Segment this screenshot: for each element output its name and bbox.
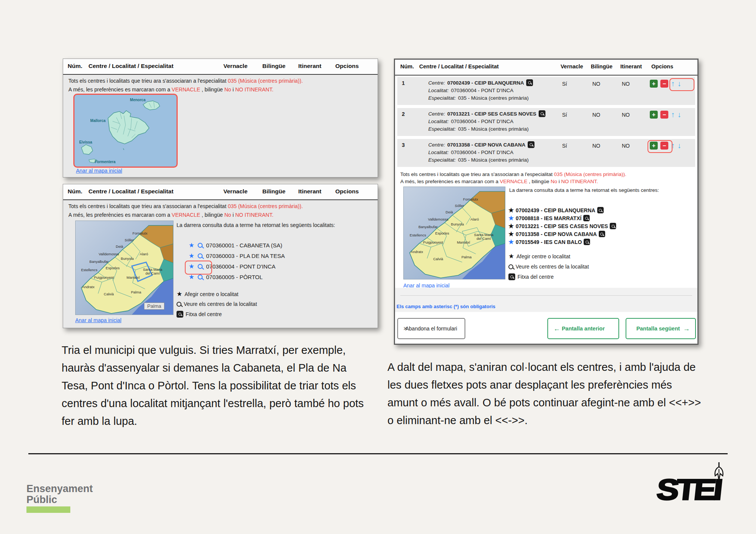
star-icon[interactable]: ★ xyxy=(189,242,194,248)
map-label: Andratx xyxy=(411,249,423,253)
centre-label: 07013221 - CEIP SES CASES NOVES xyxy=(516,223,608,229)
remove-icon[interactable]: − xyxy=(660,111,668,119)
screenshot-panel-localities: Núm. Centre / Localitat / Especialitat V… xyxy=(63,184,378,328)
map-label: Puigpunyent xyxy=(423,240,443,244)
close-icon: × xyxy=(403,325,407,333)
centre-file-icon[interactable] xyxy=(584,239,590,245)
col-itinerant: Itinerant xyxy=(298,188,321,195)
col-bilingue: Bilingüe xyxy=(591,63,612,69)
map-label: Alaró xyxy=(140,252,148,256)
add-icon[interactable]: + xyxy=(650,80,658,88)
centre-item: ★ 07008818 - IES MARRATXÍ xyxy=(508,215,590,221)
itinerant-value: NO xyxy=(622,112,630,118)
centre-file-icon[interactable] xyxy=(597,207,604,213)
magnifier-icon[interactable] xyxy=(198,243,203,248)
centre-file-icon[interactable] xyxy=(610,223,616,229)
col-bilingue: Bilingüe xyxy=(262,188,285,195)
col-vernacle: Vernacle xyxy=(561,63,583,69)
map-label: Calvià xyxy=(433,257,443,261)
preference-row: 2 Centre: 07013221 - CEIP SES CASES NOVE… xyxy=(397,108,695,136)
map-label: Estellencs xyxy=(410,233,426,237)
locality-label: 070360004 - PONT D'INCA xyxy=(206,263,276,270)
map-label: Santa Maria del Camí xyxy=(142,268,164,275)
abandon-form-button[interactable]: × Abandona el formulari xyxy=(397,318,465,339)
locality-item: ★ 070360001 - CABANETA (SA) xyxy=(189,242,282,248)
move-up-icon[interactable]: ↑ xyxy=(671,111,675,119)
col-num: Núm. xyxy=(68,63,82,69)
col-vernacle: Vernacle xyxy=(223,188,248,195)
result-line: La darrera consulta duta a terme ha reto… xyxy=(509,187,692,193)
row-number: 1 xyxy=(402,80,405,86)
specialty-line: Especialitat: 035 - Música (centres prim… xyxy=(428,95,529,101)
legend-view: Veure els centres de la localitat xyxy=(177,301,257,307)
col-opcions: Opcions xyxy=(335,63,359,69)
mallorca-map[interactable]: Fornalutx Sóller Deià Valldemossa Bunyol… xyxy=(403,187,505,279)
star-icon[interactable]: ★ xyxy=(508,239,514,245)
add-icon[interactable]: + xyxy=(650,111,658,119)
itinerant-value: NO xyxy=(622,143,630,149)
screenshot-panel-preferences: Núm. Centre / Localitat / Especialitat V… xyxy=(394,59,699,345)
row-number: 3 xyxy=(402,142,405,148)
bilingue-value: NO xyxy=(592,81,600,87)
initial-map-link[interactable]: Anar al mapa inicial xyxy=(75,317,121,323)
col-num: Núm. xyxy=(68,188,82,195)
itinerant-value: NO xyxy=(622,81,630,87)
brand-line-1: Ensenyament xyxy=(26,483,93,494)
brand-ensenyament-public: Ensenyament Públic xyxy=(26,483,93,505)
centre-file-icon xyxy=(508,273,515,280)
mallorca-map[interactable]: Fornalutx Sóller Deià Valldemossa Bunyol… xyxy=(75,221,174,315)
star-icon[interactable]: ★ xyxy=(189,253,194,259)
assoc-line-2: A més, les preferències es marcaran com … xyxy=(68,86,273,93)
balears-map[interactable]: Menorca Mallorca Eivissa Formentera xyxy=(73,94,178,168)
star-icon: ★ xyxy=(177,291,182,297)
bilingue-value: NO xyxy=(592,112,600,118)
move-down-icon[interactable]: ↓ xyxy=(677,111,681,119)
right-explanation-paragraph: A dalt del mapa, s'aniran col·locant els… xyxy=(387,358,704,429)
assoc-line-1: Tots els centres i localitats que trieu … xyxy=(400,171,626,177)
centre-label: 07008818 - IES MARRATXÍ xyxy=(516,215,581,221)
balears-map-svg xyxy=(74,95,177,167)
centre-file-icon[interactable] xyxy=(528,141,534,148)
locality-line: Localitat: 070360004 - PONT D'INCA xyxy=(428,88,513,93)
assoc-line-1: Tots els centres i localitats que trieu … xyxy=(68,203,303,209)
map-label: Palma xyxy=(131,290,141,294)
centre-file-icon[interactable] xyxy=(539,110,545,117)
footer-divider xyxy=(28,453,728,454)
star-icon[interactable]: ★ xyxy=(189,274,194,280)
centre-file-icon[interactable] xyxy=(583,215,590,221)
centre-item: ★ 07002439 - CEIP BLANQUERNA xyxy=(508,207,604,213)
map-label: Valldemossa xyxy=(99,252,119,256)
map-label: Fornalutx xyxy=(463,197,478,201)
divider xyxy=(400,295,692,296)
move-down-icon[interactable]: ↓ xyxy=(677,142,681,150)
assoc-line-1: Tots els centres i localitats que trieu … xyxy=(68,78,303,84)
map-label-formentera: Formentera xyxy=(94,159,115,164)
table-header: Núm. Centre / Localitat / Especialitat V… xyxy=(395,60,697,76)
previous-screen-button[interactable]: ← Pantalla anterior xyxy=(547,318,619,339)
map-label: Palma xyxy=(462,255,472,259)
initial-map-link[interactable]: Anar al mapa inicial xyxy=(76,168,122,174)
table-header: Núm. Centre / Localitat / Especialitat V… xyxy=(63,184,378,200)
centre-item: ★ 07013221 - CEIP SES CASES NOVES xyxy=(508,223,616,229)
star-icon[interactable]: ★ xyxy=(508,215,514,221)
col-centre: Centre / Localitat / Especialitat xyxy=(88,188,174,195)
brand-green-bar xyxy=(26,506,70,513)
centre-item: ★ 07013358 - CEIP NOVA CABANA xyxy=(508,231,605,237)
star-icon[interactable]: ★ xyxy=(508,223,514,229)
map-label: Banyalbufar xyxy=(418,224,438,228)
star-icon[interactable]: ★ xyxy=(508,207,514,213)
assoc-line-2: A més, les preferències es marcaran com … xyxy=(68,212,273,218)
centre-file-icon[interactable] xyxy=(599,231,605,237)
annotation-box xyxy=(648,140,672,153)
centre-line: Centre: 07013221 - CEIP SES CASES NOVES xyxy=(428,110,545,117)
magnifier-icon[interactable] xyxy=(198,275,203,279)
star-icon[interactable]: ★ xyxy=(508,231,514,237)
star-icon: ★ xyxy=(508,253,514,259)
screenshot-panel-balears: Núm. Centre / Localitat / Especialitat V… xyxy=(63,59,378,177)
centre-label: 07002439 - CEIP BLANQUERNA xyxy=(516,207,595,213)
remove-icon[interactable]: − xyxy=(660,80,668,88)
magnifier-icon[interactable] xyxy=(198,253,203,258)
next-screen-button[interactable]: Pantalla següent → xyxy=(626,318,696,339)
centre-file-icon[interactable] xyxy=(526,79,533,86)
palma-tooltip: Palma xyxy=(144,302,165,310)
